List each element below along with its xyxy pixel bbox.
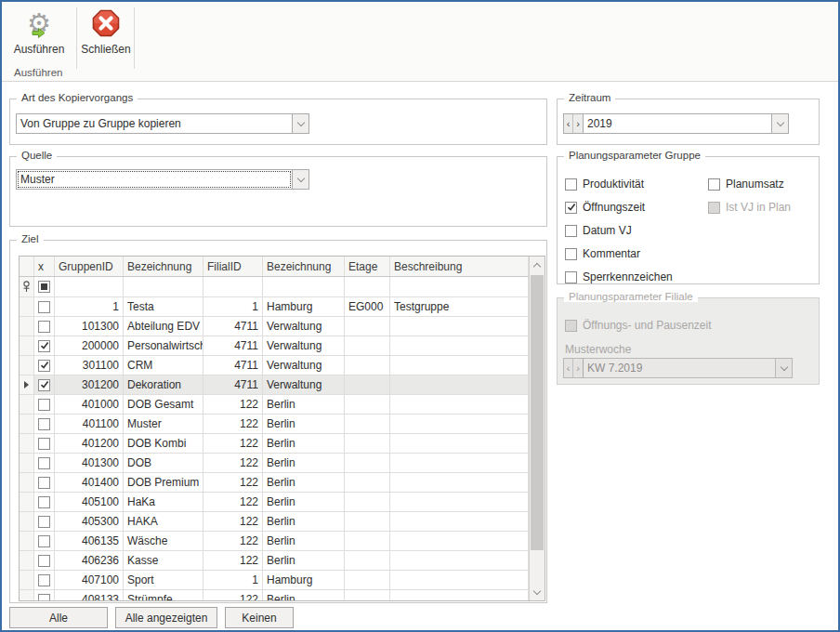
table-row[interactable]: 405100HaKa122Berlin [20,493,529,512]
header-bezeichnung2[interactable]: Bezeichnung [263,257,345,276]
header-etage[interactable]: Etage [345,257,390,276]
row-select-checkbox[interactable] [34,336,55,355]
copy-type-combobox[interactable]: Von Gruppe zu Gruppe kopieren [16,113,309,134]
checkbox[interactable] [38,535,50,547]
cell-bezeichnung: DOB Kombi [124,434,203,453]
cell-beschreibung [390,551,529,570]
checkbox[interactable] [38,438,50,450]
checkbox-item[interactable]: Sperrkennzeichen [565,270,673,283]
checkbox-label: Datum VJ [583,224,632,237]
checkbox[interactable] [38,574,50,586]
filter-cell[interactable] [390,277,529,296]
checkbox[interactable] [38,301,50,313]
filter-cell[interactable] [124,277,203,296]
filter-cell[interactable] [55,277,124,296]
row-select-checkbox[interactable] [34,415,55,433]
checkbox[interactable] [565,225,577,237]
table-row[interactable]: 101300Abteilung EDV4711Verwaltung [20,317,529,336]
row-select-checkbox[interactable] [34,512,55,531]
filter-cell[interactable] [345,277,390,296]
table-row[interactable]: 401200DOB Kombi122Berlin [20,434,529,454]
checkbox-item[interactable]: Öffnungszeit [565,201,673,214]
table-row[interactable]: 200000Personalwirtschaft4711Verwaltung [20,336,529,356]
row-select-checkbox[interactable] [34,395,55,414]
row-select-checkbox[interactable] [34,434,55,453]
spinner-prev-icon[interactable]: ‹ [564,114,573,133]
checkbox[interactable] [38,340,50,352]
table-row[interactable]: 401300DOB122Berlin [20,454,529,473]
dropdown-icon[interactable] [292,114,308,133]
table-row[interactable]: 405300HAKA122Berlin [20,512,529,532]
row-select-checkbox[interactable] [34,532,55,550]
table-row[interactable]: 408133Strümpfe122Berlin [20,590,529,600]
row-select-checkbox[interactable] [34,356,55,375]
row-select-checkbox[interactable] [34,571,55,589]
checkbox[interactable] [38,399,50,411]
select-all-button[interactable]: Alle [9,607,108,628]
row-indicator [20,297,34,316]
select-displayed-button[interactable]: Alle angezeigten [115,607,217,628]
scroll-down-icon[interactable] [530,584,545,600]
checkbox-item[interactable]: Datum VJ [565,224,673,237]
cell-etage [345,434,390,453]
zeitraum-spinner: ‹ › [564,114,584,133]
select-none-button[interactable]: Keinen [225,607,294,628]
close-button[interactable]: Schließen [80,6,132,67]
table-row[interactable]: 401400DOB Premium122Berlin [20,473,529,493]
checkbox[interactable] [38,496,50,508]
checkbox[interactable] [38,594,50,601]
checkbox[interactable] [565,271,577,283]
zeitraum-combobox[interactable]: ‹ › 2019 [563,113,789,134]
row-select-checkbox[interactable] [34,473,55,492]
checkbox[interactable] [38,418,50,430]
table-row[interactable]: 1Testa1HamburgEG000Testgruppe [20,297,529,317]
header-beschreibung[interactable]: Beschreibung [390,257,529,276]
table-row[interactable]: 406135Wäsche122Berlin [20,532,529,551]
row-select-checkbox[interactable] [34,454,55,472]
filter-cell[interactable] [263,277,345,296]
checkbox-item[interactable]: Produktivität [565,178,673,191]
execute-button[interactable]: ⚙ Ausführen [6,6,72,67]
spinner-next-icon[interactable]: › [573,114,583,133]
select-all-checkbox[interactable] [34,277,55,296]
table-row[interactable]: 407100Sport1Hamburg [20,571,529,590]
checkbox[interactable] [565,202,577,214]
checkbox[interactable] [38,321,50,333]
row-select-checkbox[interactable] [34,551,55,570]
row-select-checkbox[interactable] [34,375,55,394]
filter-pin-icon[interactable] [20,277,34,296]
row-select-checkbox[interactable] [34,590,55,600]
dropdown-icon[interactable] [771,114,788,133]
cell-bezeichnung: Strümpfe [124,590,203,600]
row-select-checkbox[interactable] [34,493,55,511]
checkbox-item[interactable]: Planumsatz [708,178,791,191]
checkbox[interactable] [38,477,50,489]
header-filialid[interactable]: FilialID [203,257,263,276]
checkbox[interactable] [565,178,577,191]
scroll-up-icon[interactable] [530,257,545,273]
checkbox[interactable] [38,555,50,567]
checkbox-item[interactable]: Kommentar [565,247,673,260]
header-gruppenid[interactable]: GruppenID [55,257,124,276]
quelle-combobox[interactable]: Muster [16,169,309,190]
checkbox[interactable] [38,360,50,372]
checkbox[interactable] [38,516,50,528]
table-row[interactable]: 401000DOB Gesamt122Berlin [20,395,529,415]
dropdown-icon[interactable] [292,170,308,189]
header-x[interactable]: x [34,257,55,276]
vertical-scrollbar[interactable] [529,257,545,600]
cell-gruppenid: 406135 [55,532,124,550]
checkbox[interactable] [38,457,50,469]
checkbox[interactable] [565,248,577,260]
row-select-checkbox[interactable] [34,297,55,316]
header-bezeichnung[interactable]: Bezeichnung [124,257,203,276]
row-select-checkbox[interactable] [34,317,55,336]
filter-cell[interactable] [203,277,263,296]
table-row[interactable]: 301200Dekoration4711Verwaltung [20,375,529,395]
checkbox[interactable] [708,178,720,191]
scrollbar-thumb[interactable] [531,275,544,550]
table-row[interactable]: 301100CRM4711Verwaltung [20,356,529,375]
table-row[interactable]: 406236Kasse122Berlin [20,551,529,571]
checkbox[interactable] [38,379,50,391]
table-row[interactable]: 401100Muster122Berlin [20,415,529,434]
